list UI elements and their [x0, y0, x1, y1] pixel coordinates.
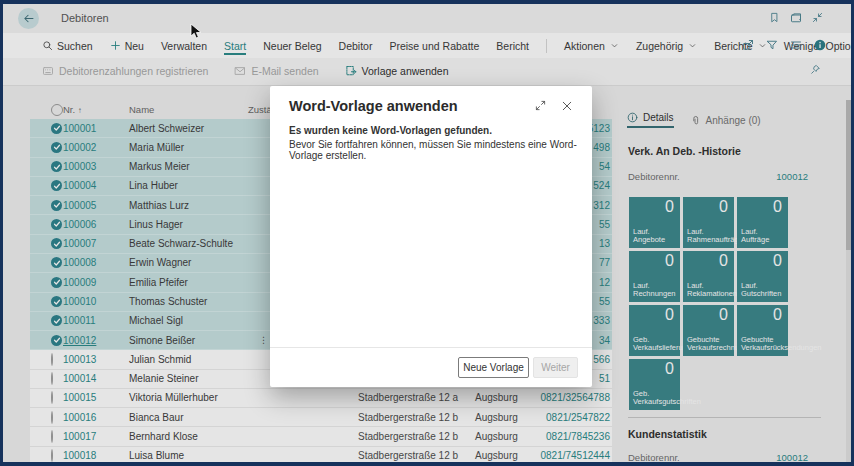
dialog-footer-divider [270, 347, 592, 348]
word-template-dialog: Word-Vorlage anwenden Es wurden keine Wo… [270, 86, 592, 387]
dialog-message: Bevor Sie fortfahren können, müssen Sie … [289, 139, 592, 161]
next-button[interactable]: Weiter [533, 357, 578, 378]
dialog-title: Word-Vorlage anwenden [289, 98, 458, 114]
new-template-button[interactable]: Neue Vorlage [458, 357, 529, 378]
expand-dialog-icon[interactable] [535, 100, 546, 111]
mouse-cursor [190, 24, 202, 44]
dialog-message-bold: Es wurden keine Word-Vorlagen gefunden. [289, 125, 492, 136]
page: Debitoren SuchenNeuVerwaltenStartNeuer B… [3, 4, 851, 462]
close-dialog-icon[interactable] [561, 100, 573, 112]
